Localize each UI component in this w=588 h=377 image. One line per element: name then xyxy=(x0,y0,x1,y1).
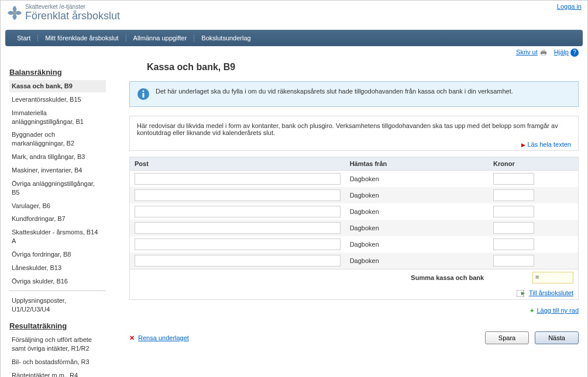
sum-row: Summa kassa och bank = xyxy=(130,269,579,286)
nav-boksluts[interactable]: Bokslutsunderlag xyxy=(194,34,257,41)
logo-icon xyxy=(6,5,23,21)
table-row: Dagboken xyxy=(130,236,579,253)
info-text: Det här underlaget ska du fylla i om du … xyxy=(156,88,513,95)
kr-input[interactable] xyxy=(493,206,534,217)
col-post: Post xyxy=(130,157,345,171)
header: Logga in Skatteverket /e-tjänster Förenk… xyxy=(1,1,587,30)
toolbar: Skriv ut Hjälp ? xyxy=(1,46,587,59)
col-from: Hämtas från xyxy=(345,157,489,171)
sum-label: Summa kassa och bank xyxy=(345,269,489,286)
col-kr: Kronor xyxy=(489,157,578,171)
login-link[interactable]: Logga in xyxy=(557,3,582,10)
sidebar-item[interactable]: Kundfordringar, B7 xyxy=(9,213,106,225)
description-box: Här redovisar du likvida medel i form av… xyxy=(129,116,579,151)
sidebar-item[interactable]: Övriga fordringar, B8 xyxy=(9,248,106,261)
description-text: Här redovisar du likvida medel i form av… xyxy=(137,122,571,136)
triangle-icon: ▶ xyxy=(521,142,525,148)
from-cell: Dagboken xyxy=(345,203,489,220)
help-icon[interactable]: ? xyxy=(570,49,579,57)
sidebar-resultat-header: Resultaträkning xyxy=(9,321,106,330)
sidebar: Balansräkning Kassa och bank, B9 Leveran… xyxy=(9,62,106,377)
sidebar-item[interactable]: Mark, andra tillgångar, B3 xyxy=(9,151,106,163)
sidebar-item[interactable]: Övriga skulder, B16 xyxy=(9,275,106,288)
plus-icon: + xyxy=(530,307,534,314)
nav-start[interactable]: Start xyxy=(14,34,38,41)
from-cell: Dagboken xyxy=(345,171,489,188)
table-row: Dagboken xyxy=(130,171,579,188)
sidebar-item[interactable]: Byggnader och markanläggningar, B2 xyxy=(9,129,106,150)
kr-input[interactable] xyxy=(493,173,534,185)
kr-input[interactable] xyxy=(493,238,534,250)
save-button[interactable]: Spara xyxy=(485,331,529,344)
sidebar-item[interactable]: Varulager, B6 xyxy=(9,200,106,212)
sidebar-item[interactable]: Låneskulder, B13 xyxy=(9,262,106,274)
next-button[interactable]: Nästa xyxy=(535,331,579,344)
help-link[interactable]: Hjälp xyxy=(554,49,569,56)
svg-rect-3 xyxy=(542,54,545,56)
print-link[interactable]: Skriv ut xyxy=(516,49,538,56)
add-row-link[interactable]: Lägg till ny rad xyxy=(537,307,579,314)
sidebar-item[interactable]: Bil- och bostadsförmån, R3 xyxy=(9,356,106,368)
sidebar-item[interactable]: Skatteskulder - årsmoms, B14 A xyxy=(9,226,106,247)
x-icon: ✕ xyxy=(129,334,135,341)
sum-value: = xyxy=(532,272,573,283)
nav-mitt[interactable]: Mitt förenklade årsbokslut xyxy=(38,34,126,41)
read-more-link[interactable]: Läs hela texten xyxy=(527,141,571,148)
goto-row: Till årsbokslutet xyxy=(130,286,579,300)
print-icon xyxy=(539,49,548,56)
sidebar-item[interactable]: Övriga anläggningstillgångar, B5 xyxy=(9,178,106,199)
nav-allmanna[interactable]: Allmänna uppgifter xyxy=(126,34,195,41)
goto-icon xyxy=(517,290,526,297)
svg-rect-2 xyxy=(542,50,545,51)
table-row: Dagboken xyxy=(130,253,579,269)
from-cell: Dagboken xyxy=(345,236,489,253)
info-box: Det här underlaget ska du fylla i om du … xyxy=(129,81,579,107)
post-input[interactable] xyxy=(135,238,341,250)
from-cell: Dagboken xyxy=(345,220,489,236)
table-row: Dagboken xyxy=(130,203,579,220)
info-icon xyxy=(137,88,150,101)
page-title: Kassa och bank, B9 xyxy=(147,62,579,72)
svg-rect-6 xyxy=(143,93,145,98)
header-subtitle: Skatteverket /e-tjänster xyxy=(25,4,120,10)
sidebar-item[interactable]: Immateriella anläggningstillgångar, B1 xyxy=(9,107,106,128)
navbar: Start Mitt förenklade årsbokslut Allmänn… xyxy=(5,30,583,46)
sidebar-item[interactable]: Kassa och bank, B9 xyxy=(9,80,106,92)
sidebar-item[interactable]: Ränteintäkter m.m., R4 xyxy=(9,369,106,377)
kr-input[interactable] xyxy=(493,255,534,267)
table-row: Dagboken xyxy=(130,220,579,236)
kr-input[interactable] xyxy=(493,222,534,234)
post-input[interactable] xyxy=(135,189,341,201)
svg-point-5 xyxy=(143,91,145,92)
post-input[interactable] xyxy=(135,255,341,267)
from-cell: Dagboken xyxy=(345,253,489,269)
sidebar-item[interactable]: Upplysningsposter, U1/U2/U3/U4 xyxy=(9,295,106,316)
header-title: Förenklat årsbokslut xyxy=(25,10,120,22)
clear-link[interactable]: Rensa underlaget xyxy=(138,334,189,341)
table-row: Dagboken xyxy=(130,187,579,203)
sidebar-item[interactable]: Maskiner, inventarier, B4 xyxy=(9,164,106,177)
from-cell: Dagboken xyxy=(345,187,489,203)
sidebar-item[interactable]: Försäljning och utfört arbete samt övrig… xyxy=(9,334,106,355)
post-input[interactable] xyxy=(135,206,341,217)
post-input[interactable] xyxy=(135,173,341,185)
kr-input[interactable] xyxy=(493,189,534,201)
sidebar-balans-header: Balansräkning xyxy=(9,68,106,77)
sidebar-item[interactable]: Leverantörsskulder, B15 xyxy=(9,94,106,106)
data-table: Post Hämtas från Kronor Dagboken Dagboke… xyxy=(129,157,579,300)
goto-link[interactable]: Till årsbokslutet xyxy=(529,289,573,296)
post-input[interactable] xyxy=(135,222,341,234)
